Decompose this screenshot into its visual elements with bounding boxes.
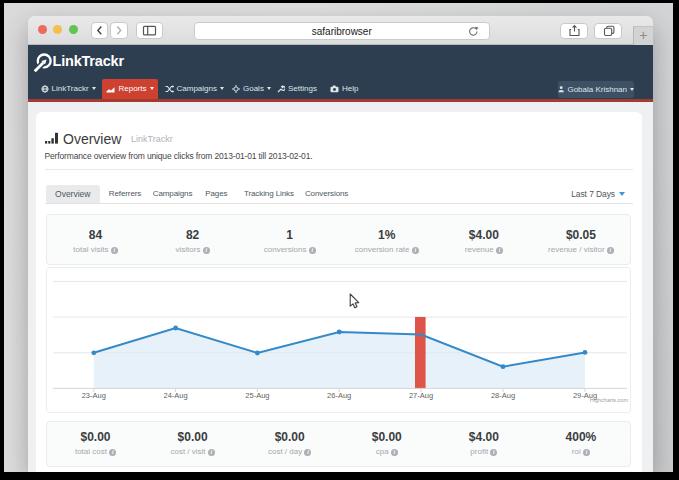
svg-text:28-Aug: 28-Aug	[491, 391, 515, 400]
svg-text:27-Aug: 27-Aug	[409, 391, 433, 400]
svg-text:25-Aug: 25-Aug	[245, 391, 269, 400]
svg-text:Highcharts.com: Highcharts.com	[590, 397, 629, 403]
svg-text:23-Aug: 23-Aug	[82, 391, 106, 400]
svg-text:26-Aug: 26-Aug	[327, 391, 351, 400]
svg-text:24-Aug: 24-Aug	[164, 391, 188, 400]
